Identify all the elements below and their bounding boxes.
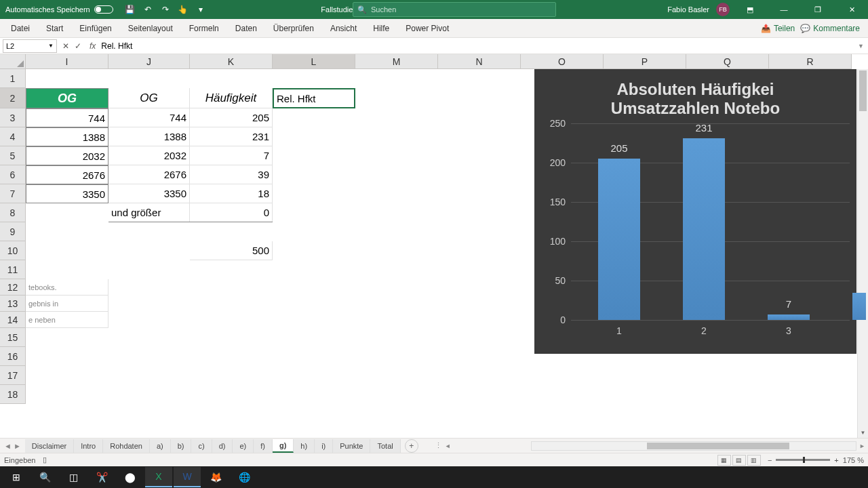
column-header[interactable]: M	[355, 54, 438, 69]
cell-J8[interactable]: und größer	[108, 203, 190, 222]
ribbon-tab-power pivot[interactable]: Power Pivot	[397, 19, 457, 38]
save-icon[interactable]: 💾	[125, 5, 135, 14]
cell-K7[interactable]: 18	[190, 184, 273, 203]
cell-I7[interactable]: 3350	[26, 184, 108, 203]
horizontal-scrollbar[interactable]	[531, 441, 856, 451]
user-avatar[interactable]: FB	[716, 3, 730, 16]
touch-icon[interactable]: 👆	[178, 5, 188, 14]
sheet-tab[interactable]: Total	[370, 439, 400, 453]
row-header[interactable]: 18	[0, 385, 26, 404]
cell-K6[interactable]: 39	[190, 165, 273, 184]
start-button[interactable]: ⊞	[3, 467, 30, 487]
zoom-in-button[interactable]: +	[834, 456, 838, 464]
cell-J5[interactable]: 2032	[108, 146, 190, 165]
zoom-level[interactable]: 175 %	[843, 456, 864, 464]
cell-J6[interactable]: 2676	[108, 165, 190, 184]
row-header[interactable]: 15	[0, 328, 26, 347]
scroll-thumb[interactable]	[647, 443, 789, 449]
cell-I5[interactable]: 2032	[26, 146, 108, 165]
cell-K8[interactable]: 0	[190, 203, 273, 222]
cell-K5[interactable]: 7	[190, 146, 273, 165]
sheet-tab[interactable]: Punkte	[333, 439, 370, 453]
cell-J7[interactable]: 3350	[108, 184, 190, 203]
column-header[interactable]: K	[190, 54, 273, 69]
more-icon[interactable]: ▾	[196, 5, 205, 14]
word-app-icon[interactable]: W	[174, 467, 201, 487]
sheet-nav[interactable]: ◄ ►	[0, 442, 25, 450]
zoom-out-button[interactable]: −	[768, 456, 772, 464]
chrome-app-icon[interactable]: 🌐	[231, 467, 258, 487]
cancel-icon[interactable]: ✕	[62, 41, 69, 51]
cell-I6[interactable]: 2676	[26, 165, 108, 184]
chart-bar[interactable]: 2051	[598, 159, 640, 320]
redo-icon[interactable]: ↷	[161, 5, 170, 14]
cell-L2[interactable]: Rel. Hfkt	[273, 88, 355, 108]
column-header[interactable]: N	[438, 54, 521, 69]
sheet-tab[interactable]: Rohdaten	[103, 439, 150, 453]
snip-app-icon[interactable]: ✂️	[88, 467, 115, 487]
close-icon[interactable]: ✕	[838, 0, 865, 19]
embedded-chart[interactable]: Absoluten Häufigkei Umsatzzahlen Notebo …	[534, 69, 856, 354]
expand-formula-icon[interactable]: ▼	[854, 43, 868, 49]
add-sheet-button[interactable]: +	[405, 439, 418, 453]
vertical-scrollbar[interactable]: ▲ ▼	[857, 69, 868, 438]
undo-icon[interactable]: ↶	[143, 5, 153, 14]
obs-app-icon[interactable]: ⬤	[117, 467, 144, 487]
sheet-tab[interactable]: d)	[212, 439, 233, 453]
row-header[interactable]: 5	[0, 146, 26, 165]
sheet-tab[interactable]: b)	[171, 439, 192, 453]
ribbon-tab-ansicht[interactable]: Ansicht	[322, 19, 365, 38]
ribbon-tab-start[interactable]: Start	[38, 19, 71, 38]
task-view-button[interactable]: ◫	[60, 467, 87, 487]
column-header[interactable]: O	[521, 54, 604, 69]
column-header[interactable]: J	[108, 54, 190, 69]
row-header[interactable]: 11	[0, 260, 26, 279]
ribbon-tab-hilfe[interactable]: Hilfe	[365, 19, 397, 38]
cell-I12[interactable]: tebooks.	[26, 279, 108, 296]
cell-J2[interactable]: OG	[108, 88, 190, 108]
ribbon-tab-seitenlayout[interactable]: Seitenlayout	[120, 19, 181, 38]
ribbon-display-icon[interactable]: ⬒	[736, 0, 764, 19]
excel-app-icon[interactable]: X	[145, 467, 172, 487]
row-header[interactable]: 17	[0, 366, 26, 385]
column-header[interactable]: P	[604, 54, 686, 69]
cell-K10[interactable]: 500	[190, 241, 273, 260]
scroll-right-icon[interactable]: ►	[859, 443, 865, 449]
search-button[interactable]: 🔍	[31, 467, 58, 487]
column-header[interactable]: Q	[686, 54, 769, 69]
cell-I2[interactable]: OG	[26, 88, 108, 108]
page-break-button[interactable]: ▥	[747, 455, 761, 466]
normal-view-button[interactable]: ▦	[717, 455, 731, 466]
sheet-tab[interactable]: f)	[254, 439, 273, 453]
row-header[interactable]: 8	[0, 203, 26, 222]
cell-K2[interactable]: Häufigkeit	[190, 88, 273, 108]
row-header[interactable]: 3	[0, 108, 26, 127]
cell-I13[interactable]: gebnis in	[26, 296, 108, 312]
minimize-icon[interactable]: —	[770, 0, 797, 19]
comments-button[interactable]: 💬Kommentare	[800, 24, 860, 33]
fx-icon[interactable]: fx	[87, 41, 98, 51]
sheet-tab[interactable]: i)	[315, 439, 333, 453]
zoom-slider[interactable]	[776, 459, 830, 461]
share-button[interactable]: 📤Teilen	[761, 24, 795, 33]
cell-J3[interactable]: 744	[108, 108, 190, 127]
user-name[interactable]: Fabio Basler	[667, 5, 709, 14]
ribbon-tab-einfügen[interactable]: Einfügen	[71, 19, 119, 38]
maximize-icon[interactable]: ❐	[804, 0, 831, 19]
row-header[interactable]: 16	[0, 347, 26, 366]
sheet-tab[interactable]: g)	[273, 439, 294, 453]
row-header[interactable]: 6	[0, 165, 26, 184]
page-layout-button[interactable]: ▤	[732, 455, 746, 466]
ribbon-tab-daten[interactable]: Daten	[227, 19, 265, 38]
scroll-down-icon[interactable]: ▼	[858, 427, 868, 438]
autosave-toggle[interactable]: Automatisches Speichern	[0, 5, 119, 14]
column-header[interactable]: L	[273, 54, 355, 69]
row-header[interactable]: 10	[0, 241, 26, 260]
cell-K4[interactable]: 231	[190, 127, 273, 146]
cell-K3[interactable]: 205	[190, 108, 273, 127]
row-header[interactable]: 12	[0, 279, 26, 296]
row-header[interactable]: 1	[0, 69, 26, 88]
split-handle[interactable]: ⋮	[435, 441, 442, 450]
ribbon-tab-überprüfen[interactable]: Überprüfen	[265, 19, 322, 38]
ribbon-tab-formeln[interactable]: Formeln	[181, 19, 227, 38]
